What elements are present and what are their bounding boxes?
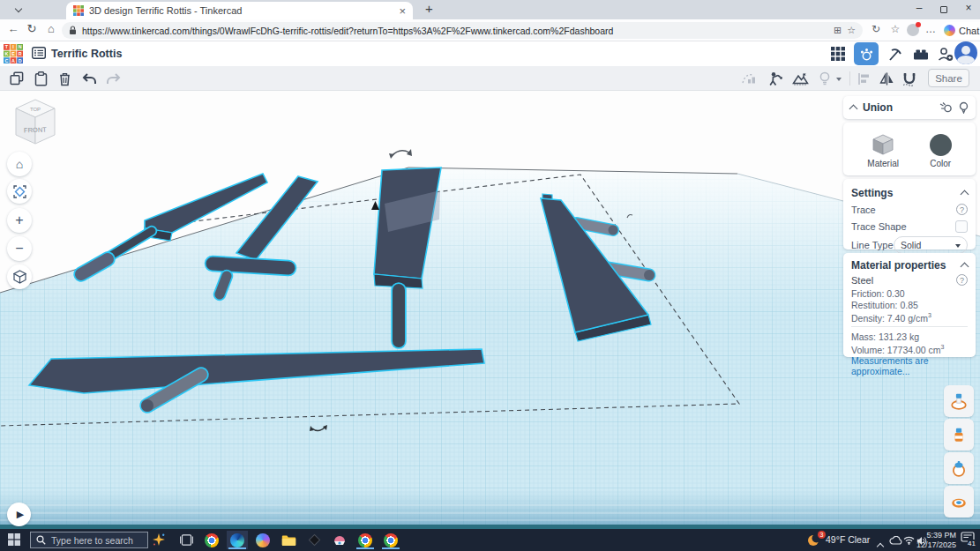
sim-lab-button[interactable] xyxy=(854,42,879,65)
taskbar-app-chrome-2[interactable] xyxy=(380,531,401,549)
paste-icon xyxy=(34,71,48,86)
delete-button[interactable] xyxy=(55,70,74,87)
taskbar-search[interactable]: Type here to search xyxy=(30,532,148,548)
taskbar-app-chrome[interactable] xyxy=(201,531,222,549)
edge-icon xyxy=(230,533,244,547)
trace-shape-checkbox[interactable] xyxy=(955,220,968,233)
wifi-icon[interactable] xyxy=(903,536,915,545)
viewcube-front-label[interactable]: FRONT xyxy=(24,126,48,135)
glue-pot-icon xyxy=(950,459,968,477)
viewcube-top-label[interactable]: TOP xyxy=(30,107,41,112)
minus-icon: − xyxy=(15,241,23,257)
copilot-sparkle-icon[interactable] xyxy=(152,532,166,547)
split-screen-icon[interactable]: ⊞ xyxy=(834,25,842,36)
view-home-button[interactable]: ⌂ xyxy=(7,152,32,176)
tab-close-icon[interactable]: × xyxy=(399,5,406,17)
start-button[interactable] xyxy=(8,533,20,546)
task-view-icon[interactable] xyxy=(180,534,193,546)
glue-tool-bottle[interactable] xyxy=(944,385,974,417)
account-avatar[interactable] xyxy=(954,41,977,64)
taskbar-app-explorer[interactable] xyxy=(278,531,299,549)
taskbar-app-paint[interactable] xyxy=(329,531,350,549)
notification-center[interactable]: 41 xyxy=(961,532,975,547)
measurements-link[interactable]: Measurements are approximate... xyxy=(851,355,968,367)
new-tab-button[interactable]: + xyxy=(425,1,433,16)
copilot-chat-button[interactable]: Chat xyxy=(940,22,980,39)
rotate-handle-top[interactable] xyxy=(389,149,412,159)
share-button[interactable]: Share xyxy=(928,69,969,87)
onedrive-icon[interactable] xyxy=(889,536,902,545)
light-pin-icon[interactable] xyxy=(959,101,969,114)
browser-titlebar: 3D design Terrific Rottis - Tinkercad × … xyxy=(0,0,980,19)
glue-tool-ring[interactable] xyxy=(944,486,974,517)
magnet-button[interactable] xyxy=(900,70,919,87)
material-label: Material xyxy=(867,159,899,168)
material-properties-card: Material properties Steel? Friction: 0.3… xyxy=(843,253,976,357)
add-favorite-icon[interactable]: ☆ xyxy=(847,25,856,36)
zoom-in-button[interactable]: + xyxy=(7,208,32,233)
material-help-icon[interactable]: ? xyxy=(956,274,968,286)
simulate-play-button[interactable]: ▶ xyxy=(7,503,31,526)
window-minimize-button[interactable]: – xyxy=(909,2,930,14)
paste-button[interactable] xyxy=(31,70,50,87)
address-bar[interactable]: https://www.tinkercad.com/things/0WrawlF… xyxy=(62,22,863,39)
taskbar-app-chrome-profile[interactable] xyxy=(355,531,376,549)
zoom-out-button[interactable]: − xyxy=(7,236,32,261)
trace-help-icon[interactable]: ? xyxy=(956,204,968,215)
settings-collapse-icon[interactable] xyxy=(961,190,969,198)
trajectory-button[interactable] xyxy=(739,70,759,87)
taskbar-app-obsidian[interactable] xyxy=(303,531,325,549)
tray-expand-chevron[interactable] xyxy=(878,537,883,551)
undo-button[interactable] xyxy=(79,70,99,87)
throw-button[interactable] xyxy=(766,70,785,87)
material-tile[interactable]: Material xyxy=(867,133,899,168)
minecraft-export-button[interactable] xyxy=(882,42,907,65)
align-icon xyxy=(857,72,871,86)
paint-icon[interactable] xyxy=(939,101,953,114)
trace-label: Trace xyxy=(851,205,956,215)
tinkercad-logo[interactable]: T I N K E R C A D xyxy=(4,44,23,63)
redo-button[interactable] xyxy=(104,70,123,87)
back-button[interactable]: ← xyxy=(5,22,21,35)
selection-header-card: Union xyxy=(843,96,976,119)
view-cube[interactable]: TOP FRONT xyxy=(14,98,56,145)
home-button[interactable]: ⌂ xyxy=(43,22,59,35)
3d-viewport-scene[interactable] xyxy=(0,91,980,529)
folder-icon xyxy=(281,534,296,547)
align-button[interactable] xyxy=(854,70,873,87)
favorites-icon[interactable]: ☆ xyxy=(887,23,903,35)
taskbar-app-edge[interactable] xyxy=(227,531,248,549)
paw-icon xyxy=(859,47,874,62)
blocks-view-button[interactable] xyxy=(826,42,850,65)
lightbulb-icon xyxy=(819,71,831,86)
refresh-button[interactable]: ↻ xyxy=(24,22,40,35)
window-close-button[interactable]: × xyxy=(958,2,979,14)
perspective-toggle-button[interactable] xyxy=(7,264,32,289)
browser-menu-icon[interactable]: … xyxy=(923,23,939,35)
collections-icon[interactable]: ↻ xyxy=(868,23,884,35)
color-tile[interactable]: Color xyxy=(930,134,952,168)
terrain-button[interactable] xyxy=(790,70,810,87)
brick-export-button[interactable] xyxy=(909,42,933,65)
copy-button[interactable] xyxy=(7,70,26,87)
design-menu-icon[interactable] xyxy=(32,47,46,59)
glue-tool-stick[interactable] xyxy=(944,419,974,450)
collapse-chevron-icon[interactable] xyxy=(849,105,858,114)
search-placeholder: Type here to search xyxy=(51,535,133,546)
window-restore-button[interactable] xyxy=(933,2,954,16)
glue-tool-pot[interactable] xyxy=(944,452,974,484)
browser-profile-icon[interactable] xyxy=(907,24,919,36)
fit-view-button[interactable] xyxy=(7,179,32,204)
light-dropdown[interactable] xyxy=(833,70,845,87)
taskbar-clock[interactable]: 5:39 PM 12/17/2025 xyxy=(916,531,956,549)
taskbar-app-copilot[interactable] xyxy=(252,531,273,549)
vertical-tabs-button[interactable] xyxy=(7,3,30,17)
volume-value: Volume: 17734.00 cm3 xyxy=(851,342,968,354)
material-properties-collapse-icon[interactable] xyxy=(961,262,969,271)
browser-tab[interactable]: 3D design Terrific Rottis - Tinkercad × xyxy=(66,2,413,19)
line-type-dropdown[interactable]: Solid xyxy=(894,236,968,254)
flip-button[interactable] xyxy=(877,70,896,87)
glue-stick-icon xyxy=(950,426,968,443)
weather-text[interactable]: 49°F Clear xyxy=(826,534,870,545)
light-button[interactable] xyxy=(815,70,834,87)
